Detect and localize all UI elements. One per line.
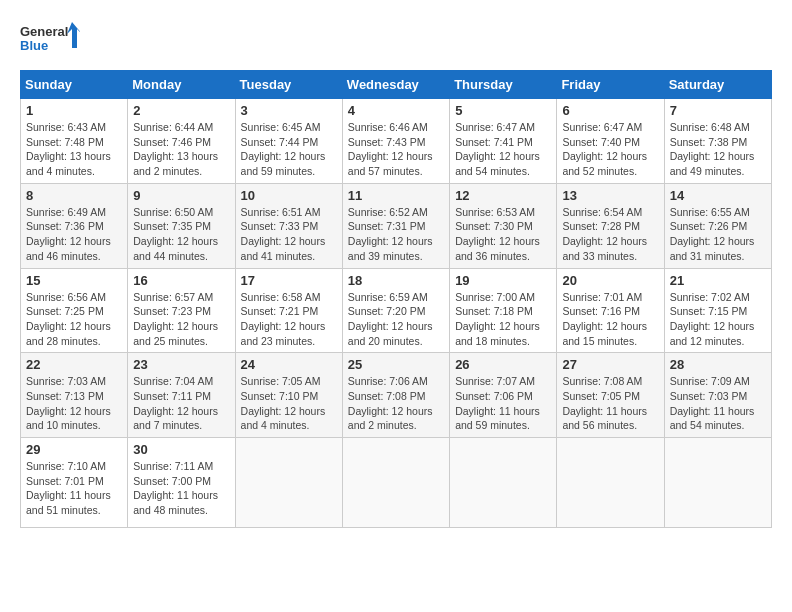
day-number: 22: [26, 357, 122, 372]
svg-text:Blue: Blue: [20, 38, 48, 53]
calendar-cell: 14Sunrise: 6:55 AMSunset: 7:26 PMDayligh…: [664, 183, 771, 268]
header: General Blue: [20, 20, 772, 60]
calendar-cell: 22Sunrise: 7:03 AMSunset: 7:13 PMDayligh…: [21, 353, 128, 438]
day-number: 12: [455, 188, 551, 203]
svg-marker-2: [67, 22, 80, 48]
calendar-cell: 4Sunrise: 6:46 AMSunset: 7:43 PMDaylight…: [342, 99, 449, 184]
day-info: Sunrise: 7:06 AMSunset: 7:08 PMDaylight:…: [348, 374, 444, 433]
day-info: Sunrise: 6:49 AMSunset: 7:36 PMDaylight:…: [26, 205, 122, 264]
day-number: 7: [670, 103, 766, 118]
day-number: 14: [670, 188, 766, 203]
day-info: Sunrise: 6:47 AMSunset: 7:41 PMDaylight:…: [455, 120, 551, 179]
calendar-cell: 10Sunrise: 6:51 AMSunset: 7:33 PMDayligh…: [235, 183, 342, 268]
day-number: 16: [133, 273, 229, 288]
calendar-cell: [450, 438, 557, 528]
day-info: Sunrise: 6:53 AMSunset: 7:30 PMDaylight:…: [455, 205, 551, 264]
day-info: Sunrise: 6:46 AMSunset: 7:43 PMDaylight:…: [348, 120, 444, 179]
day-info: Sunrise: 6:58 AMSunset: 7:21 PMDaylight:…: [241, 290, 337, 349]
day-info: Sunrise: 7:01 AMSunset: 7:16 PMDaylight:…: [562, 290, 658, 349]
day-number: 24: [241, 357, 337, 372]
calendar-cell: 9Sunrise: 6:50 AMSunset: 7:35 PMDaylight…: [128, 183, 235, 268]
day-number: 19: [455, 273, 551, 288]
day-number: 8: [26, 188, 122, 203]
day-info: Sunrise: 6:52 AMSunset: 7:31 PMDaylight:…: [348, 205, 444, 264]
weekday-header-tuesday: Tuesday: [235, 71, 342, 99]
day-info: Sunrise: 6:44 AMSunset: 7:46 PMDaylight:…: [133, 120, 229, 179]
day-number: 6: [562, 103, 658, 118]
svg-text:General: General: [20, 24, 68, 39]
calendar-cell: 24Sunrise: 7:05 AMSunset: 7:10 PMDayligh…: [235, 353, 342, 438]
day-info: Sunrise: 7:11 AMSunset: 7:00 PMDaylight:…: [133, 459, 229, 518]
day-info: Sunrise: 7:00 AMSunset: 7:18 PMDaylight:…: [455, 290, 551, 349]
calendar-cell: 26Sunrise: 7:07 AMSunset: 7:06 PMDayligh…: [450, 353, 557, 438]
day-number: 11: [348, 188, 444, 203]
calendar-cell: 13Sunrise: 6:54 AMSunset: 7:28 PMDayligh…: [557, 183, 664, 268]
day-info: Sunrise: 6:47 AMSunset: 7:40 PMDaylight:…: [562, 120, 658, 179]
day-number: 9: [133, 188, 229, 203]
calendar-cell: 17Sunrise: 6:58 AMSunset: 7:21 PMDayligh…: [235, 268, 342, 353]
day-number: 13: [562, 188, 658, 203]
calendar-cell: 30Sunrise: 7:11 AMSunset: 7:00 PMDayligh…: [128, 438, 235, 528]
day-info: Sunrise: 6:43 AMSunset: 7:48 PMDaylight:…: [26, 120, 122, 179]
calendar-cell: 12Sunrise: 6:53 AMSunset: 7:30 PMDayligh…: [450, 183, 557, 268]
calendar-cell: 25Sunrise: 7:06 AMSunset: 7:08 PMDayligh…: [342, 353, 449, 438]
day-info: Sunrise: 6:51 AMSunset: 7:33 PMDaylight:…: [241, 205, 337, 264]
day-number: 21: [670, 273, 766, 288]
calendar-cell: [235, 438, 342, 528]
week-row-2: 8Sunrise: 6:49 AMSunset: 7:36 PMDaylight…: [21, 183, 772, 268]
day-info: Sunrise: 6:48 AMSunset: 7:38 PMDaylight:…: [670, 120, 766, 179]
day-info: Sunrise: 7:04 AMSunset: 7:11 PMDaylight:…: [133, 374, 229, 433]
day-number: 28: [670, 357, 766, 372]
calendar-cell: [664, 438, 771, 528]
day-number: 2: [133, 103, 229, 118]
calendar-cell: 15Sunrise: 6:56 AMSunset: 7:25 PMDayligh…: [21, 268, 128, 353]
day-info: Sunrise: 6:57 AMSunset: 7:23 PMDaylight:…: [133, 290, 229, 349]
day-number: 1: [26, 103, 122, 118]
weekday-header-sunday: Sunday: [21, 71, 128, 99]
day-number: 5: [455, 103, 551, 118]
calendar-table: SundayMondayTuesdayWednesdayThursdayFrid…: [20, 70, 772, 528]
calendar-cell: 18Sunrise: 6:59 AMSunset: 7:20 PMDayligh…: [342, 268, 449, 353]
day-number: 17: [241, 273, 337, 288]
day-info: Sunrise: 7:07 AMSunset: 7:06 PMDaylight:…: [455, 374, 551, 433]
weekday-header-saturday: Saturday: [664, 71, 771, 99]
day-number: 4: [348, 103, 444, 118]
logo: General Blue: [20, 20, 80, 60]
calendar-cell: 2Sunrise: 6:44 AMSunset: 7:46 PMDaylight…: [128, 99, 235, 184]
day-info: Sunrise: 6:50 AMSunset: 7:35 PMDaylight:…: [133, 205, 229, 264]
day-number: 26: [455, 357, 551, 372]
week-row-3: 15Sunrise: 6:56 AMSunset: 7:25 PMDayligh…: [21, 268, 772, 353]
day-info: Sunrise: 6:55 AMSunset: 7:26 PMDaylight:…: [670, 205, 766, 264]
day-number: 10: [241, 188, 337, 203]
calendar-cell: 8Sunrise: 6:49 AMSunset: 7:36 PMDaylight…: [21, 183, 128, 268]
day-number: 27: [562, 357, 658, 372]
day-info: Sunrise: 6:54 AMSunset: 7:28 PMDaylight:…: [562, 205, 658, 264]
day-number: 20: [562, 273, 658, 288]
calendar-cell: 3Sunrise: 6:45 AMSunset: 7:44 PMDaylight…: [235, 99, 342, 184]
calendar-cell: 19Sunrise: 7:00 AMSunset: 7:18 PMDayligh…: [450, 268, 557, 353]
weekday-header-thursday: Thursday: [450, 71, 557, 99]
calendar-cell: 7Sunrise: 6:48 AMSunset: 7:38 PMDaylight…: [664, 99, 771, 184]
day-number: 18: [348, 273, 444, 288]
weekday-header-friday: Friday: [557, 71, 664, 99]
weekday-header-row: SundayMondayTuesdayWednesdayThursdayFrid…: [21, 71, 772, 99]
day-number: 23: [133, 357, 229, 372]
calendar-cell: 20Sunrise: 7:01 AMSunset: 7:16 PMDayligh…: [557, 268, 664, 353]
calendar-cell: [557, 438, 664, 528]
calendar-cell: 6Sunrise: 6:47 AMSunset: 7:40 PMDaylight…: [557, 99, 664, 184]
calendar-cell: 21Sunrise: 7:02 AMSunset: 7:15 PMDayligh…: [664, 268, 771, 353]
calendar-cell: 16Sunrise: 6:57 AMSunset: 7:23 PMDayligh…: [128, 268, 235, 353]
calendar-cell: 1Sunrise: 6:43 AMSunset: 7:48 PMDaylight…: [21, 99, 128, 184]
calendar-cell: 28Sunrise: 7:09 AMSunset: 7:03 PMDayligh…: [664, 353, 771, 438]
day-info: Sunrise: 7:08 AMSunset: 7:05 PMDaylight:…: [562, 374, 658, 433]
day-number: 3: [241, 103, 337, 118]
day-number: 25: [348, 357, 444, 372]
calendar-cell: 23Sunrise: 7:04 AMSunset: 7:11 PMDayligh…: [128, 353, 235, 438]
calendar-cell: [342, 438, 449, 528]
day-info: Sunrise: 6:56 AMSunset: 7:25 PMDaylight:…: [26, 290, 122, 349]
weekday-header-wednesday: Wednesday: [342, 71, 449, 99]
calendar-cell: 11Sunrise: 6:52 AMSunset: 7:31 PMDayligh…: [342, 183, 449, 268]
calendar-cell: 29Sunrise: 7:10 AMSunset: 7:01 PMDayligh…: [21, 438, 128, 528]
week-row-5: 29Sunrise: 7:10 AMSunset: 7:01 PMDayligh…: [21, 438, 772, 528]
day-info: Sunrise: 6:59 AMSunset: 7:20 PMDaylight:…: [348, 290, 444, 349]
